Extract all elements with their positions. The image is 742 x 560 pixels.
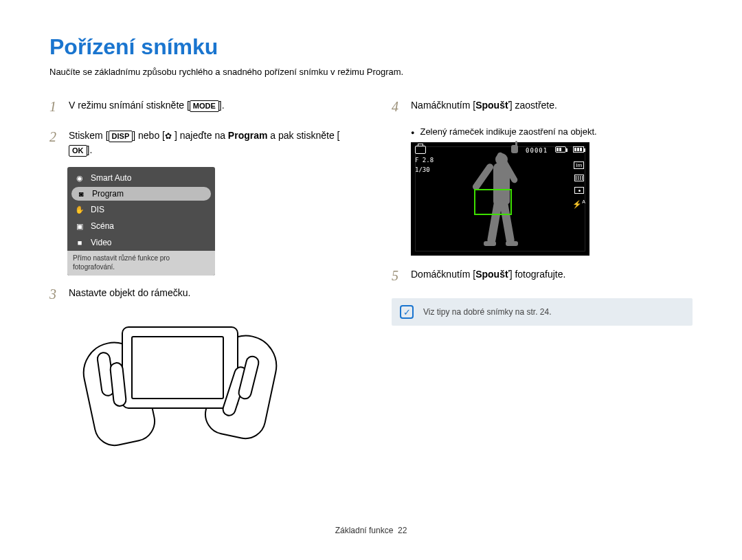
page-title: Pořízení snímku	[49, 34, 693, 60]
shutter-speed: 1/30	[415, 166, 434, 173]
tip-text: Viz tipy na dobré snímky na str. 24.	[423, 307, 552, 317]
step-text: ].	[219, 100, 225, 111]
step-text: V režimu snímání stiskněte [	[69, 100, 190, 111]
step-number: 1	[49, 96, 62, 117]
disp-button-label: DISP	[109, 131, 133, 142]
step-text: Domáčknutím [	[411, 269, 475, 280]
step-number: 3	[49, 284, 62, 304]
mode-button-label: MODE	[190, 100, 219, 112]
mode-item-scene: ▣ Scéna	[67, 218, 215, 234]
step-body: Domáčknutím [Spoušť] fotografujte.	[411, 265, 693, 286]
bullet-icon: ●	[411, 126, 414, 137]
mode-label: Program	[92, 189, 124, 199]
mode-item-smart-auto: ◉ Smart Auto	[67, 170, 215, 186]
fnumber: F 2.8	[415, 157, 434, 164]
scene-icon: ▣	[74, 221, 85, 231]
image-size-icon: Im	[574, 161, 584, 169]
step-text: a pak stiskněte [	[267, 130, 339, 141]
mode-item-program: ◙ Program	[71, 187, 211, 201]
step-number: 2	[49, 126, 62, 157]
smart-auto-icon: ◉	[74, 173, 85, 183]
step-text: ] zaostřete.	[510, 100, 557, 111]
shutter-word: Spoušť	[475, 269, 510, 280]
footer-page-number: 22	[398, 526, 407, 535]
focus-frame	[474, 189, 512, 215]
metering-icon	[574, 187, 584, 194]
camera-hold-illustration	[91, 314, 269, 451]
program-word: Program	[228, 130, 268, 141]
step-3: 3 Nastavte objekt do rámečku.	[49, 284, 350, 304]
video-icon: ■	[74, 238, 85, 247]
step-text: ] najeďte na	[175, 130, 228, 141]
mode-item-video: ■ Video	[67, 234, 215, 251]
lcd-preview: F 2.8 1/30 00001 Im ⚡A	[411, 142, 589, 256]
step-number: 5	[392, 265, 404, 286]
dis-icon: ✋	[74, 205, 85, 214]
flash-icon: ⚡A	[572, 199, 585, 209]
camera-icon	[415, 146, 426, 154]
card-icon	[555, 146, 566, 153]
tip-box: ✓ Viz tipy na dobré snímky na str. 24.	[392, 298, 693, 326]
mode-label: Scéna	[91, 221, 114, 231]
shutter-word: Spoušť	[475, 100, 510, 111]
quality-icon	[574, 175, 584, 181]
step-body: Namáčknutím [Spoušť] zaostřete.	[411, 96, 693, 117]
step-number: 4	[392, 96, 404, 117]
step-5: 5 Domáčknutím [Spoušť] fotografujte.	[392, 265, 693, 286]
step-4: 4 Namáčknutím [Spoušť] zaostřete.	[392, 96, 693, 117]
step-body: Nastavte objekt do rámečku.	[69, 284, 350, 304]
step-text: ].	[87, 144, 93, 155]
ok-button-label: OK	[69, 145, 87, 157]
mode-item-dis: ✋ DIS	[67, 201, 215, 218]
step-2: 2 Stiskem [DISP] nebo [] najeďte na Prog…	[49, 126, 350, 157]
step-body: V režimu snímání stiskněte [MODE].	[69, 96, 350, 117]
step-4-bullet: ● Zelený rámeček indikuje zaostření na o…	[411, 126, 693, 137]
mode-menu: ◉ Smart Auto ◙ Program ✋ DIS ▣ Scéna ■	[67, 167, 215, 276]
mode-label: DIS	[91, 205, 104, 214]
step-text: ] nebo [	[133, 130, 165, 141]
step-1: 1 V režimu snímání stiskněte [MODE].	[49, 96, 350, 117]
mode-label: Smart Auto	[91, 173, 131, 183]
page-subtitle: Naučíte se základnímu způsobu rychlého a…	[49, 67, 693, 77]
step-body: Stiskem [DISP] nebo [] najeďte na Progra…	[69, 126, 350, 157]
step-text: Namáčknutím [	[411, 100, 475, 111]
note-icon: ✓	[400, 305, 414, 319]
step-text: ] fotografujte.	[510, 269, 566, 280]
page-footer: Základní funkce 22	[0, 526, 742, 535]
mode-description: Přímo nastavit různé funkce pro fotograf…	[67, 251, 215, 276]
macro-icon	[165, 132, 175, 141]
step-text: Stiskem [	[69, 130, 109, 141]
footer-section: Základní funkce	[335, 526, 394, 535]
program-icon: ◙	[76, 189, 87, 199]
mode-label: Video	[91, 238, 111, 247]
right-column: 4 Namáčknutím [Spoušť] zaostřete. ● Zele…	[392, 96, 693, 451]
left-column: 1 V režimu snímání stiskněte [MODE]. 2 S…	[49, 96, 350, 451]
bullet-text: Zelený rámeček indikuje zaostření na obj…	[420, 126, 596, 137]
battery-icon	[573, 146, 584, 153]
